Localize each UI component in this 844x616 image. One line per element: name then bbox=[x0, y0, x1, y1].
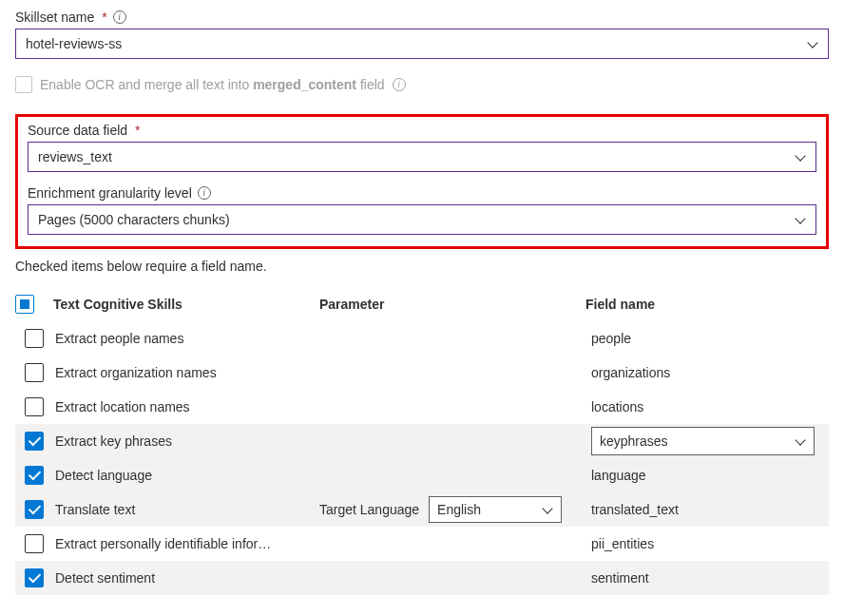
source-data-label: Source data field bbox=[28, 123, 127, 138]
info-icon[interactable]: i bbox=[198, 186, 211, 200]
target-language-dropdown[interactable]: English bbox=[429, 496, 562, 523]
table-row: Translate textTarget LanguageEnglishtran… bbox=[15, 492, 829, 527]
field-name-value: keyphrases bbox=[600, 433, 668, 449]
field-name-text: pii_entities bbox=[591, 536, 654, 551]
info-icon[interactable]: i bbox=[113, 10, 126, 24]
field-name-text: organizations bbox=[591, 365, 670, 380]
granularity-label: Enrichment granularity level bbox=[28, 185, 192, 201]
table-row: Extract people namespeople bbox=[15, 321, 829, 356]
skill-label: Detect language bbox=[53, 468, 319, 483]
highlighted-section: Source data field * reviews_text Enrichm… bbox=[15, 114, 829, 249]
checked-items-note: Checked items below require a field name… bbox=[15, 259, 829, 274]
enable-ocr-row: Enable OCR and merge all text into merge… bbox=[15, 76, 829, 93]
chevron-down-icon bbox=[795, 214, 806, 225]
skillset-name-field: Skillset name * i hotel-reviews-ss bbox=[15, 10, 829, 59]
parameter-value: English bbox=[437, 502, 481, 517]
skill-checkbox[interactable] bbox=[25, 363, 44, 382]
skill-label: Extract location names bbox=[53, 399, 319, 414]
skill-checkbox[interactable] bbox=[25, 568, 44, 587]
col-fieldname-header: Field name bbox=[585, 297, 829, 312]
table-header-row: Text Cognitive Skills Parameter Field na… bbox=[15, 287, 829, 321]
field-name-dropdown[interactable]: keyphrases bbox=[591, 427, 815, 455]
table-row: Extract location nameslocations bbox=[15, 390, 829, 424]
field-name-text: people bbox=[591, 331, 631, 346]
table-row: Extract key phraseskeyphrases bbox=[15, 424, 829, 458]
skill-label: Extract organization names bbox=[53, 365, 319, 380]
skill-checkbox[interactable] bbox=[25, 466, 44, 485]
skillset-name-value: hotel-reviews-ss bbox=[26, 36, 122, 51]
granularity-dropdown[interactable]: Pages (5000 characters chunks) bbox=[28, 204, 816, 235]
col-parameter-header: Parameter bbox=[319, 297, 585, 312]
field-name-text: language bbox=[591, 468, 646, 483]
skill-label: Translate text bbox=[53, 502, 319, 517]
parameter-label: Target Language bbox=[319, 502, 419, 517]
enable-ocr-checkbox bbox=[15, 76, 32, 93]
skill-label: Detect sentiment bbox=[53, 570, 319, 586]
source-data-value: reviews_text bbox=[38, 149, 112, 164]
skill-label: Extract people names bbox=[53, 331, 319, 346]
skills-table: Text Cognitive Skills Parameter Field na… bbox=[15, 287, 829, 595]
skill-label: Extract personally identifiable infor… bbox=[53, 536, 319, 551]
required-indicator: * bbox=[102, 10, 106, 25]
enable-ocr-label: Enable OCR and merge all text into merge… bbox=[40, 77, 385, 92]
field-name-text: sentiment bbox=[591, 570, 649, 586]
skill-checkbox[interactable] bbox=[25, 534, 44, 553]
skill-checkbox[interactable] bbox=[25, 329, 44, 348]
skill-checkbox[interactable] bbox=[25, 432, 44, 451]
skill-label: Extract key phrases bbox=[53, 433, 319, 449]
field-name-text: translated_text bbox=[591, 502, 679, 517]
table-row: Extract personally identifiable infor…pi… bbox=[15, 527, 829, 561]
chevron-down-icon bbox=[807, 38, 818, 49]
chevron-down-icon bbox=[795, 151, 806, 163]
required-indicator: * bbox=[135, 123, 140, 138]
skillset-name-label: Skillset name bbox=[15, 10, 94, 25]
info-icon: i bbox=[393, 78, 406, 91]
skillset-name-dropdown[interactable]: hotel-reviews-ss bbox=[15, 29, 829, 59]
select-all-checkbox[interactable] bbox=[15, 295, 34, 314]
granularity-value: Pages (5000 characters chunks) bbox=[38, 212, 230, 227]
chevron-down-icon bbox=[542, 504, 553, 515]
source-data-field: Source data field * reviews_text bbox=[28, 123, 816, 172]
chevron-down-icon bbox=[795, 435, 806, 447]
granularity-field: Enrichment granularity level i Pages (50… bbox=[28, 185, 816, 235]
skill-checkbox[interactable] bbox=[25, 397, 44, 416]
field-name-text: locations bbox=[591, 399, 643, 414]
source-data-dropdown[interactable]: reviews_text bbox=[28, 142, 816, 172]
table-row: Extract organization namesorganizations bbox=[15, 356, 829, 390]
table-row: Detect languagelanguage bbox=[15, 458, 829, 492]
col-skills-header: Text Cognitive Skills bbox=[53, 297, 319, 312]
skill-checkbox[interactable] bbox=[25, 500, 44, 519]
table-row: Detect sentimentsentiment bbox=[15, 561, 829, 595]
